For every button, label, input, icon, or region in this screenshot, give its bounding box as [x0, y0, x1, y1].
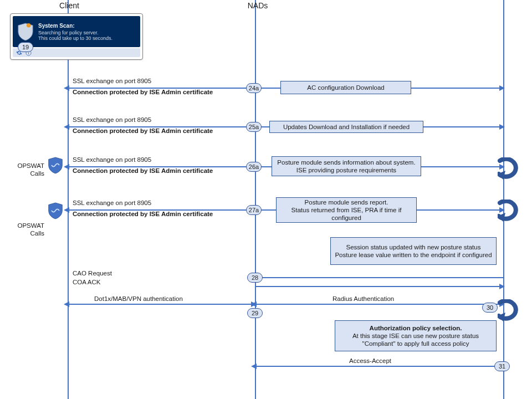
lifeline-nads: [255, 0, 256, 399]
arrowhead-right: [499, 85, 505, 91]
access-accept-label: Access-Accept: [349, 357, 391, 365]
arrow-31: [255, 366, 503, 367]
step-28-badge: 28: [247, 273, 263, 283]
arrowhead-left: [64, 301, 69, 307]
loop-arrow-icon: [498, 200, 522, 222]
svg-rect-2: [28, 52, 29, 54]
step-30-badge: 30: [482, 303, 498, 313]
step-25a-badge: 25a: [246, 122, 262, 132]
coa-ack-label: COA ACK: [73, 278, 101, 286]
radius-label: Radius Authentication: [332, 295, 394, 303]
arrowhead-left: [64, 85, 69, 91]
scan-line1: Searching for policy server.: [38, 30, 99, 35]
authorization-policy-box: Authorization policy selection. At this …: [335, 320, 497, 351]
opswat-label-1: OPSWAT Calls: [6, 162, 44, 177]
system-scan-widget: System Scan: Searching for policy server…: [10, 13, 143, 60]
ssl-line2-27a: Connection protected by ISE Admin certif…: [73, 211, 213, 217]
loop-arrow-icon: [498, 299, 522, 321]
step-24a-box: AC configuration Download: [280, 81, 411, 94]
arrowhead-left: [251, 301, 257, 307]
arrowhead-right: [499, 124, 505, 130]
column-header-client: Client: [44, 1, 94, 10]
dot1x-label: Dot1x/MAB/VPN authentication: [94, 295, 183, 303]
opswat-label-2: OPSWAT Calls: [6, 222, 44, 237]
step-27a-badge: 27a: [246, 205, 262, 215]
arrowhead-left: [64, 124, 69, 130]
arrowhead-right: [499, 284, 505, 289]
cao-request-label: CAO Request: [73, 269, 112, 277]
arrowhead-left: [64, 207, 69, 213]
column-header-nads: NADs: [233, 1, 283, 10]
ssl-line2-24a: Connection protected by ISE Admin certif…: [73, 89, 213, 95]
sequence-diagram: Client NADs System Scan: Searching for p…: [0, 0, 532, 399]
shield-icon: [48, 156, 63, 174]
step-25a-box: Updates Download and Installation if nee…: [269, 121, 423, 133]
ssl-line2-25a: Connection protected by ISE Admin certif…: [73, 127, 213, 134]
scan-line2: This could take up to 30 seconds.: [38, 35, 112, 41]
step-31-badge: 31: [494, 361, 510, 371]
auth-body: At this stage ISE can use new posture st…: [339, 332, 493, 347]
loop-arrow-icon: [498, 157, 522, 180]
step-29-badge: 29: [247, 308, 263, 318]
ssl-line1-25a: SSL exchange on port 8905: [73, 116, 151, 123]
ssl-line1-26a: SSL exchange on port 8905: [73, 156, 151, 163]
arrow-29-left: [68, 304, 255, 305]
lifeline-client: [68, 0, 69, 399]
arrowhead-left: [251, 364, 257, 369]
arrow-29-right: [255, 304, 503, 305]
ssl-line1-27a: SSL exchange on port 8905: [73, 200, 151, 206]
scan-title: System Scan:: [38, 23, 112, 29]
ssl-line1-24a: SSL exchange on port 8905: [73, 78, 151, 84]
shield-icon: [17, 22, 34, 41]
svg-point-0: [27, 23, 31, 28]
step-26a-badge: 26a: [246, 162, 262, 172]
step-19-badge: 19: [18, 42, 33, 52]
step-27a-box: Posture module sends report. Status retu…: [276, 197, 417, 223]
auth-title: Authorization policy selection.: [370, 324, 462, 332]
shield-icon: [48, 202, 63, 219]
step-26a-box: Posture module sends information about s…: [272, 156, 421, 176]
ssl-line2-26a: Connection protected by ISE Admin certif…: [73, 167, 213, 174]
session-status-note: Session status updated with new posture …: [330, 237, 497, 265]
arrowhead-left: [64, 164, 69, 170]
step-24a-badge: 24a: [246, 83, 262, 93]
arrow-28-req: [255, 277, 503, 278]
arrow-28-ack: [255, 286, 503, 287]
